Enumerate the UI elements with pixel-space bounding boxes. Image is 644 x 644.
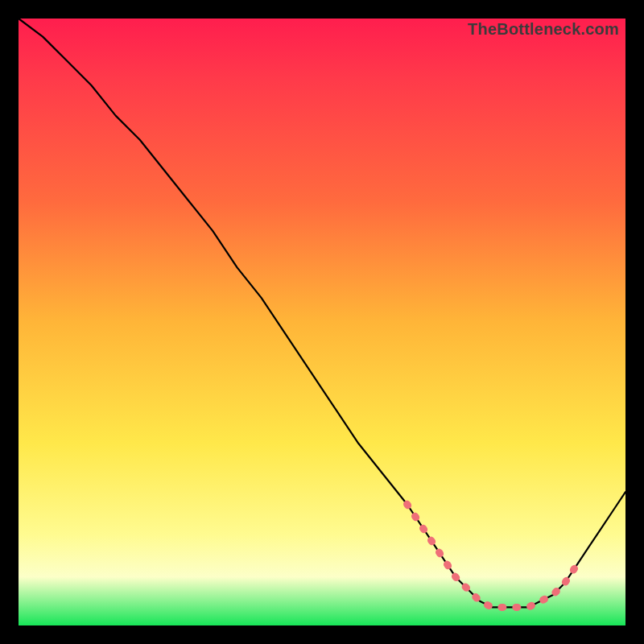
chart-frame: TheBottleneck.com <box>14 14 630 630</box>
chart-svg <box>19 19 625 625</box>
highlight-dash <box>407 504 577 607</box>
bottleneck-curve <box>19 19 625 607</box>
gradient-plot-area: TheBottleneck.com <box>19 19 625 625</box>
